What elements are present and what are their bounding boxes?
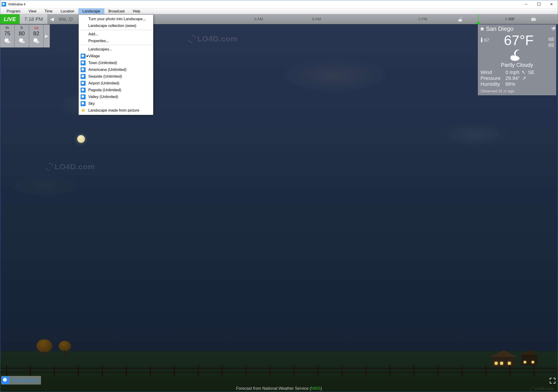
forecast-day: sa (34, 26, 38, 30)
svg-point-3 (533, 18, 536, 20)
tree (36, 340, 52, 358)
current-time[interactable]: 7:18 PM (20, 14, 48, 24)
dropdown-item[interactable]: Town (Unlimited) (79, 60, 153, 66)
dropdown-item[interactable]: Valley (Unlimited) (79, 94, 153, 100)
forecast-credit: Forecast from National Weather Service (… (0, 386, 558, 391)
house (490, 351, 517, 367)
weather-details: Wind0 mph↖SE Pressure29.94"↗ Humidity86% (478, 69, 556, 89)
window-title: YoWindow 4 (8, 2, 25, 6)
svg-point-15 (510, 55, 515, 60)
svg-point-10 (481, 38, 482, 39)
landscape-icon (81, 88, 86, 93)
sun-cloud-icon (18, 38, 26, 44)
forecast-temp: 80 (19, 30, 25, 37)
fullscreen-button[interactable] (549, 377, 556, 384)
landscape-icon (81, 60, 86, 65)
close-button[interactable] (545, 0, 558, 8)
dropdown-item[interactable]: Turn your photo into Landscape... (79, 16, 153, 22)
landscape-icon (81, 101, 86, 106)
landscape-icon (81, 54, 86, 59)
forecast-card[interactable]: fr 80 (15, 25, 29, 48)
dropdown-item[interactable]: Landscape collection (www) (79, 22, 153, 29)
timeline-tick: 6 AM (254, 17, 263, 22)
svg-rect-13 (482, 42, 482, 43)
forecast-temp: 82 (33, 30, 39, 37)
dropdown-item[interactable]: Village (79, 53, 153, 60)
svg-rect-12 (481, 42, 481, 43)
menu-view[interactable]: View (25, 8, 40, 14)
menu-landscape[interactable]: Landscape (78, 8, 104, 14)
moon-cloud-icon (458, 17, 465, 22)
live-badge[interactable]: LIVE (0, 14, 20, 24)
forecast-temp: 75 (4, 30, 10, 37)
dropdown-item-label: Landscape made from picture (88, 108, 139, 112)
flower-icon (81, 108, 86, 113)
brand-badge[interactable]: YoWindow (1, 376, 41, 384)
timeline-tick: 3 PM (418, 17, 427, 22)
add-location-button[interactable]: + (551, 25, 557, 31)
dropdown-item-label: Sky (88, 101, 95, 106)
dropdown-item[interactable]: Landscape made from picture (79, 107, 153, 114)
dropdown-item[interactable]: Seaside (Unlimited) (79, 73, 153, 80)
cloud-icon (530, 17, 537, 21)
dropdown-item[interactable]: Landscapes... (79, 46, 153, 53)
timeline-tick: 9 AM (312, 17, 321, 22)
brand-text: YoWindow (11, 377, 39, 384)
forecast-more-button[interactable]: ▶ (44, 25, 50, 48)
condition-text: Partly Cloudy (478, 62, 556, 68)
dropdown-item-label: Valley (Unlimited) (88, 95, 118, 99)
location-selector[interactable]: San Diego ▽ (478, 25, 556, 33)
home-icon (480, 26, 485, 32)
svg-point-0 (458, 19, 462, 22)
temperature-value: 67°F (489, 33, 548, 47)
high-low: 68 65 (549, 36, 554, 48)
menu-program[interactable]: Program (2, 8, 25, 14)
menu-separator (80, 30, 152, 30)
nws-link[interactable]: NWS (311, 386, 321, 391)
dropdown-item-label: Seaside (Unlimited) (88, 74, 122, 78)
dropdown-item-label: Airport (Unlimited) (88, 81, 119, 85)
dropdown-item[interactable]: Pagoda (Unlimited) (79, 87, 153, 94)
brand-icon (2, 376, 9, 384)
dropdown-item-label: Landscape collection (www) (88, 24, 136, 28)
forecast-card[interactable]: sa 82 (29, 25, 44, 48)
dropdown-item[interactable]: Sky (79, 100, 153, 107)
sun-cloud-icon (32, 38, 40, 44)
dropdown-item-label: Properties... (88, 39, 109, 43)
landscape-icon (81, 67, 86, 72)
dropdown-item[interactable]: Airport (Unlimited) (79, 80, 153, 87)
feels-like: 67 (480, 37, 489, 43)
dropdown-item[interactable]: Americana (Unlimited) (79, 66, 153, 73)
low-temp: 65 (549, 42, 554, 48)
menu-broadcast[interactable]: Broadcast (105, 8, 129, 14)
dropdown-item[interactable]: Add... (79, 31, 153, 38)
titlebar: YoWindow 4 (0, 0, 558, 8)
sun-cloud-icon (3, 38, 11, 44)
menu-location[interactable]: Location (57, 8, 78, 14)
prev-day-button[interactable]: ◀ (48, 14, 56, 24)
dropdown-item-label: Turn your photo into Landscape... (88, 17, 146, 21)
menu-help[interactable]: Help (129, 8, 144, 14)
forecast-day: fr (21, 26, 23, 30)
temperature-main: 67°F (489, 33, 548, 47)
timeline-now-marker[interactable] (478, 14, 479, 24)
forecast-row: th 75 fr 80 sa 82 ▶ (0, 25, 50, 48)
landscape-icon (81, 74, 86, 79)
condition-icon (509, 49, 525, 61)
dropdown-item-label: Town (Unlimited) (88, 61, 117, 65)
moon (77, 135, 85, 143)
forecast-day: th (5, 26, 9, 30)
dropdown-item[interactable]: Properties... (79, 38, 153, 44)
current-date[interactable]: We, O (56, 14, 75, 24)
selected-bullet-icon (87, 55, 88, 57)
dropdown-item-label: Add... (88, 32, 98, 36)
wind-arrow-icon: ↖ (522, 69, 526, 75)
landscape-dropdown: Turn your photo into Landscape...Landsca… (78, 15, 153, 115)
weather-panel: San Diego ▽ 67 67°F 68 65 Partly Cloudy … (478, 25, 556, 95)
forecast-card[interactable]: th 75 (0, 25, 15, 48)
minimize-button[interactable] (520, 0, 532, 8)
maximize-button[interactable] (532, 0, 545, 8)
menubar: Program View Time Location Landscape Bro… (0, 8, 558, 14)
status-bar: Forecast from National Weather Service (… (0, 385, 558, 392)
menu-time[interactable]: Time (41, 8, 57, 14)
